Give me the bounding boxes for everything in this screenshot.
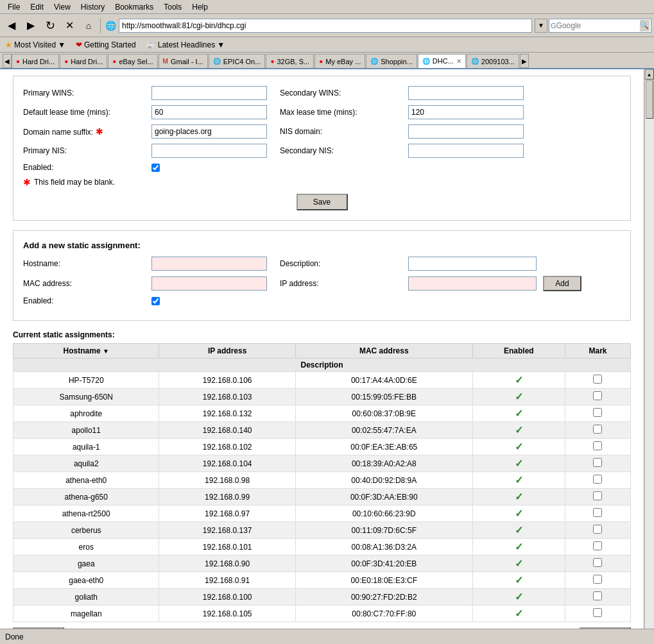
tab-8-icon: 🌐: [422, 58, 430, 65]
getting-started-bookmark[interactable]: ❤ Getting Started: [73, 40, 139, 50]
cell-ip: 192.168.0.99: [159, 489, 295, 505]
cell-hostname: aphrodite: [13, 405, 159, 422]
search-go-button[interactable]: 🔍: [640, 20, 650, 31]
cell-mark[interactable]: [565, 522, 630, 539]
mark-checkbox[interactable]: [593, 608, 602, 617]
tab-6[interactable]: ● My eBay ...: [314, 54, 365, 68]
tab-0[interactable]: ● Hard Dri...: [12, 54, 59, 68]
tab-7[interactable]: 🌐 Shoppin...: [366, 54, 417, 68]
cell-mark[interactable]: [565, 389, 630, 405]
mark-checkbox[interactable]: [593, 408, 602, 417]
cell-hostname: cerberus: [13, 522, 159, 539]
cell-mark[interactable]: [565, 505, 630, 522]
add-enabled-checkbox[interactable]: [151, 297, 160, 305]
dhcp-settings-form: Primary WINS: Secondary WINS: Default le…: [13, 76, 631, 221]
edit-button[interactable]: Edit: [580, 627, 631, 629]
stop-button[interactable]: ✕: [60, 17, 78, 35]
menu-help[interactable]: Help: [187, 1, 213, 13]
mark-checkbox[interactable]: [593, 575, 602, 584]
max-lease-input[interactable]: [408, 105, 524, 119]
cell-mark[interactable]: [565, 455, 630, 472]
mark-checkbox[interactable]: [593, 591, 602, 600]
add-mac-input[interactable]: [151, 276, 267, 291]
back-button[interactable]: ◀: [3, 17, 21, 35]
latest-headlines-bookmark[interactable]: 📰 Latest Headlines ▼: [144, 40, 227, 50]
tab-2-label: eBay Sel...: [119, 58, 153, 65]
scrollbar-up[interactable]: ▲: [645, 69, 654, 80]
secondary-wins-input[interactable]: [408, 86, 524, 100]
cell-mac: 00:17:A4:4A:0D:6E: [295, 372, 472, 389]
most-visited-bookmark[interactable]: ★ Most Visited ▼: [3, 40, 68, 50]
col-hostname[interactable]: Hostname ▼: [13, 344, 159, 359]
menu-bookmarks[interactable]: Bookmarks: [110, 1, 159, 13]
add-hostname-input[interactable]: [151, 257, 267, 271]
scrollbar-thumb[interactable]: [646, 80, 653, 119]
cell-mac: 00:60:08:37:0B:9E: [295, 405, 472, 422]
menu-history[interactable]: History: [76, 1, 110, 13]
cell-hostname: athena-rt2500: [13, 505, 159, 522]
menu-tools[interactable]: Tools: [159, 1, 187, 13]
mark-checkbox[interactable]: [593, 458, 602, 467]
secondary-nis-input[interactable]: [408, 144, 524, 158]
menu-file[interactable]: File: [3, 1, 25, 13]
tab-2[interactable]: ● eBay Sel...: [108, 54, 157, 68]
enabled-checkbox[interactable]: [151, 164, 160, 172]
mark-checkbox[interactable]: [593, 441, 602, 450]
add-ip-input[interactable]: [408, 276, 537, 291]
cell-ip: 192.168.0.97: [159, 505, 295, 522]
mark-checkbox[interactable]: [593, 491, 602, 500]
cell-mark[interactable]: [565, 606, 630, 622]
mark-checkbox[interactable]: [593, 375, 602, 384]
tabs-back-button[interactable]: ◀: [3, 54, 12, 68]
cell-mark[interactable]: [565, 372, 630, 389]
cell-mark[interactable]: [565, 555, 630, 572]
tab-9[interactable]: 🌐 2009103...: [467, 54, 519, 68]
nis-domain-input[interactable]: [408, 124, 524, 139]
primary-wins-input[interactable]: [151, 86, 267, 100]
cell-mark[interactable]: [565, 422, 630, 439]
menu-view[interactable]: View: [49, 1, 76, 13]
primary-nis-input[interactable]: [151, 144, 267, 158]
page-scroll[interactable]: Primary WINS: Secondary WINS: Default le…: [0, 69, 644, 629]
enabled-checkmark: ✓: [515, 475, 523, 486]
cell-mark[interactable]: [565, 572, 630, 589]
go-button[interactable]: ▼: [535, 19, 547, 33]
tab-8[interactable]: 🌐 DHC... ✕: [418, 54, 466, 68]
home-button[interactable]: ⌂: [80, 17, 98, 35]
table-row: HP-T5720 192.168.0.106 00:17:A4:4A:0D:6E…: [13, 372, 631, 389]
default-lease-input[interactable]: [151, 105, 267, 119]
mark-checkbox[interactable]: [593, 508, 602, 517]
forward-button[interactable]: ▶: [22, 17, 40, 35]
menu-edit[interactable]: Edit: [25, 1, 49, 13]
cell-mark[interactable]: [565, 472, 630, 489]
cell-mark[interactable]: [565, 439, 630, 455]
remove-button[interactable]: Remove: [13, 627, 64, 629]
cell-mark[interactable]: [565, 539, 630, 555]
tab-1[interactable]: ● Hard Dri...: [60, 54, 107, 68]
scrollbar[interactable]: ▲ ▼: [644, 69, 654, 629]
domain-suffix-input[interactable]: [151, 124, 267, 139]
add-button[interactable]: Add: [543, 276, 581, 291]
mark-checkbox[interactable]: [593, 391, 602, 400]
tabs-forward-button[interactable]: ▶: [520, 54, 529, 68]
reload-button[interactable]: ↻: [41, 17, 59, 35]
add-hostname-row: Hostname: Description:: [23, 257, 621, 271]
cell-mark[interactable]: [565, 489, 630, 505]
address-input[interactable]: [119, 19, 532, 33]
save-button[interactable]: Save: [297, 194, 348, 210]
mark-checkbox[interactable]: [593, 525, 602, 534]
cell-mark[interactable]: [565, 589, 630, 606]
mark-checkbox[interactable]: [593, 558, 602, 567]
cell-mark[interactable]: [565, 405, 630, 422]
add-description-input[interactable]: [408, 257, 537, 271]
tab-5[interactable]: ● 32GB, S...: [266, 54, 314, 68]
tab-3[interactable]: M Gmail - I...: [159, 54, 208, 68]
mark-checkbox[interactable]: [593, 475, 602, 484]
tab-4[interactable]: 🌐 EPIC4 On...: [209, 54, 266, 68]
tab-8-close[interactable]: ✕: [456, 58, 461, 65]
cell-enabled: ✓: [472, 389, 565, 405]
mark-checkbox[interactable]: [593, 541, 602, 550]
search-input[interactable]: [556, 21, 640, 30]
mark-checkbox[interactable]: [593, 425, 602, 434]
add-description-label: Description:: [280, 259, 408, 268]
